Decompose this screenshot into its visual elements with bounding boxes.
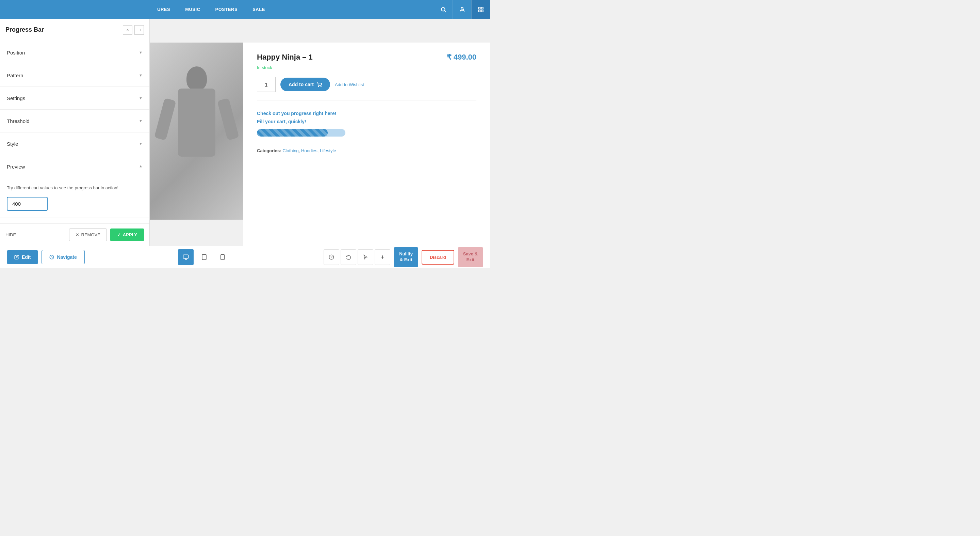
nav-item-posters[interactable]: POSTERS <box>208 0 245 19</box>
section-position-label: Position <box>7 50 25 56</box>
extra-nav-button[interactable] <box>471 0 490 19</box>
nav-item-music[interactable]: MUSIC <box>178 0 208 19</box>
panel-sections: Position ▼ Pattern ▼ Settings ▼ <box>0 41 150 223</box>
product-figure-arm-right <box>217 98 239 140</box>
preview-hint: Try different cart values to see the pro… <box>7 185 143 191</box>
svg-point-0 <box>441 8 445 11</box>
product-details: Happy Ninja – 1 ₹ 499.00 In stock Add to… <box>243 43 490 246</box>
svg-line-1 <box>444 11 446 12</box>
discard-button[interactable]: Discard <box>422 250 454 265</box>
cart-icon <box>317 82 322 87</box>
section-pattern-header[interactable]: Pattern ▼ <box>0 64 150 86</box>
add-button[interactable] <box>375 249 390 265</box>
bottom-toolbar: Edit Navigate <box>0 246 490 268</box>
section-threshold-header[interactable]: Threshold ▼ <box>0 110 150 132</box>
navigate-button[interactable]: Navigate <box>41 250 84 264</box>
top-navigation: URES MUSIC POSTERS SALE <box>0 0 490 19</box>
progress-subtitle: Fill your cart, quickly! <box>257 119 476 124</box>
breadcrumb-area <box>150 19 490 43</box>
right-content: Happy Ninja – 1 ₹ 499.00 In stock Add to… <box>150 19 490 246</box>
panel-close-button[interactable]: × <box>123 25 132 35</box>
hide-label: HIDE <box>5 232 16 237</box>
product-price: ₹ 499.00 <box>447 53 476 62</box>
mobile-icon <box>220 254 226 260</box>
chevron-up-icon: ▼ <box>139 164 143 169</box>
nav-item-ures[interactable]: URES <box>150 0 178 19</box>
section-preview-label: Preview <box>7 164 25 169</box>
cursor-icon <box>363 254 368 260</box>
panel-header: Progress Bar × □ <box>0 19 150 41</box>
add-to-cart-button[interactable]: Add to cart <box>280 78 330 91</box>
categories-row: Categories: Clothing, Hoodies, Lifestyle <box>257 148 476 153</box>
product-figure-arm-left <box>154 98 176 140</box>
section-style-header[interactable]: Style ▼ <box>0 132 150 155</box>
user-button[interactable] <box>453 0 471 19</box>
categories-label: Categories: <box>257 148 282 153</box>
svg-rect-8 <box>482 10 483 11</box>
help-icon <box>329 254 334 260</box>
category-clothing[interactable]: Clothing <box>282 148 299 153</box>
product-name: Happy Ninja – 1 <box>257 53 313 62</box>
svg-rect-5 <box>479 7 480 9</box>
desktop-view-button[interactable] <box>178 249 194 265</box>
svg-rect-17 <box>202 255 206 260</box>
panel-minimize-button[interactable]: □ <box>134 25 144 35</box>
chevron-down-icon: ▼ <box>139 50 143 54</box>
desktop-icon <box>183 254 189 260</box>
svg-point-10 <box>321 86 321 86</box>
nav-right <box>434 0 490 19</box>
save-exit-button[interactable]: Save & Exit <box>458 247 483 267</box>
svg-line-13 <box>52 257 52 257</box>
search-button[interactable] <box>434 0 453 19</box>
progress-bar-stripes <box>257 129 328 137</box>
svg-rect-19 <box>221 255 224 260</box>
category-lifestyle[interactable]: Lifestyle <box>320 148 336 153</box>
cursor-button[interactable] <box>358 249 373 265</box>
product-actions: Add to cart Add to Wishlist <box>257 77 476 92</box>
check-icon: ✓ <box>117 232 121 237</box>
edit-button[interactable]: Edit <box>7 250 38 264</box>
history-button[interactable] <box>340 249 356 265</box>
plus-icon <box>380 254 385 260</box>
nav-item-sale[interactable]: SALE <box>245 0 272 19</box>
quantity-input[interactable] <box>257 77 275 92</box>
x-icon: ✕ <box>76 232 79 237</box>
nullify-exit-button[interactable]: Nullify & Exit <box>394 247 418 267</box>
preview-content: Try different cart values to see the pro… <box>0 178 150 218</box>
cart-value-input[interactable] <box>7 197 48 211</box>
tablet-icon <box>201 254 207 260</box>
category-hoodies[interactable]: Hoodies <box>301 148 318 153</box>
navigate-icon <box>49 255 54 260</box>
tablet-view-button[interactable] <box>196 249 212 265</box>
chevron-down-icon: ▼ <box>139 142 143 146</box>
mobile-view-button[interactable] <box>215 249 231 265</box>
toolbar-view-switcher <box>88 249 320 265</box>
progress-title: Check out you progress right here! <box>257 111 476 116</box>
remove-button[interactable]: ✕ REMOVE <box>69 228 107 241</box>
section-pattern: Pattern ▼ <box>0 64 150 87</box>
section-pattern-label: Pattern <box>7 73 23 78</box>
progress-section: Check out you progress right here! Fill … <box>257 107 476 140</box>
svg-rect-7 <box>479 10 480 11</box>
chevron-down-icon: ▼ <box>139 73 143 77</box>
section-threshold-label: Threshold <box>7 118 30 124</box>
main-area: Progress Bar × □ Position ▼ Patt <box>0 19 490 246</box>
section-settings-header[interactable]: Settings ▼ <box>0 87 150 109</box>
toolbar-tools <box>324 249 390 265</box>
section-settings-label: Settings <box>7 95 25 101</box>
footer-actions: ✕ REMOVE ✓ APPLY <box>69 228 144 241</box>
svg-point-9 <box>318 86 318 86</box>
apply-button[interactable]: ✓ APPLY <box>110 228 144 241</box>
help-button[interactable] <box>324 249 339 265</box>
section-preview: Preview ▼ Try different cart values to s… <box>0 155 150 218</box>
history-icon <box>346 254 351 260</box>
chevron-down-icon: ▼ <box>139 119 143 123</box>
wishlist-button[interactable]: Add to Wishlist <box>335 82 364 87</box>
chevron-down-icon: ▼ <box>139 96 143 100</box>
section-position: Position ▼ <box>0 41 150 64</box>
section-position-header[interactable]: Position ▼ <box>0 41 150 64</box>
section-preview-header[interactable]: Preview ▼ <box>0 155 150 178</box>
product-figure-head <box>186 66 207 90</box>
section-style-label: Style <box>7 141 18 147</box>
panel-title: Progress Bar <box>5 26 44 34</box>
